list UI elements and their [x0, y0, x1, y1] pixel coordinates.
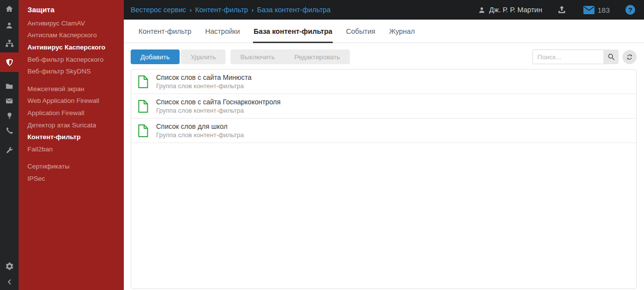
lightbulb-icon[interactable] — [0, 108, 19, 123]
sidebar-item-fail2ban[interactable]: Fail2ban — [19, 143, 124, 155]
search-box — [532, 49, 619, 64]
mail-envelope-icon — [583, 6, 595, 14]
file-icon — [138, 99, 149, 113]
breadcrumb-separator-icon: › — [189, 6, 191, 14]
breadcrumb: Вестерос сервис › Контент-фильтр › База … — [131, 6, 331, 14]
breadcrumb-section[interactable]: Контент-фильтр — [195, 6, 248, 14]
sidebar-item-antivirus-clamav[interactable]: Антивирус ClamAV — [19, 17, 124, 29]
messages-button[interactable]: 183 — [583, 6, 610, 14]
sidebar-item-webfilter-skydns[interactable]: Веб-фильтр SkyDNS — [19, 65, 124, 77]
search-icon — [607, 53, 615, 61]
main-content: Контент-фильтр Настройки База контент-фи… — [124, 20, 644, 290]
sidebar-item-suricata[interactable]: Детектор атак Suricata — [19, 119, 124, 131]
list-item-subtitle: Группа слов контент-фильтра — [156, 82, 252, 90]
gear-icon[interactable] — [0, 259, 19, 273]
list-item-subtitle: Группа слов контент-фильтра — [156, 131, 244, 139]
sidebar-item-firewall[interactable]: Межсетевой экран — [19, 83, 124, 95]
user-avatar-icon — [478, 6, 486, 14]
toolbar: Добавить Удалить Выключить Редактировать — [131, 49, 637, 64]
user-name: Дж. Р. Р. Мартин — [489, 6, 542, 14]
network-sitemap-icon[interactable] — [0, 36, 19, 50]
toolbar-right — [532, 49, 637, 64]
sidebar-item-webfilter-kaspersky[interactable]: Веб-фильтр Касперского — [19, 53, 124, 66]
list-item-schools[interactable]: Список слов для школ Группа слов контент… — [131, 119, 636, 143]
unread-count: 183 — [598, 6, 610, 14]
collapse-sidebar-icon[interactable] — [0, 274, 19, 289]
mail-icon[interactable] — [0, 94, 19, 108]
content-filter-list: Список слов с сайта Минюста Группа слов … — [131, 69, 637, 289]
sidebar-section-header: Защита — [19, 0, 124, 17]
edit-button[interactable]: Редактировать — [284, 49, 349, 64]
topbar-right: Дж. Р. Р. Мартин 183 ? — [478, 5, 639, 15]
list-item-gosnarkokontrol[interactable]: Список слов с сайта Госнаркоконтроля Гру… — [131, 94, 636, 119]
sidebar-item-ipsec[interactable]: IPSec — [19, 172, 124, 185]
icon-rail — [0, 0, 19, 290]
question-glyph: ? — [628, 6, 632, 14]
list-item-text: Список слов для школ Группа слов контент… — [156, 122, 244, 139]
tab-content-filter-base[interactable]: База контент-фильтра — [253, 20, 333, 43]
security-shield-icon[interactable] — [0, 52, 19, 72]
tab-bar: Контент-фильтр Настройки База контент-фи… — [124, 20, 644, 43]
phone-icon[interactable] — [0, 123, 19, 138]
breadcrumb-page[interactable]: База контент-фильтра — [257, 6, 330, 14]
list-item-minjust[interactable]: Список слов с сайта Минюста Группа слов … — [131, 70, 636, 94]
users-icon[interactable] — [0, 18, 19, 33]
tab-log[interactable]: Журнал — [389, 20, 415, 43]
sidebar-item-application-firewall[interactable]: Application Firewall — [19, 107, 124, 119]
user-menu[interactable]: Дж. Р. Р. Мартин — [478, 6, 542, 14]
home-icon[interactable] — [0, 1, 19, 16]
sidebar-item-certificates[interactable]: Сертификаты — [19, 161, 124, 173]
file-icon — [138, 75, 149, 89]
sidebar-security-menu: Защита Антивирус ClamAV Антиспам Касперс… — [19, 0, 124, 290]
help-button[interactable]: ? — [625, 5, 635, 15]
refresh-icon — [626, 53, 633, 61]
app-root: Защита Антивирус ClamAV Антиспам Касперс… — [0, 0, 644, 290]
breadcrumb-server[interactable]: Вестерос сервис — [131, 6, 186, 14]
list-item-text: Список слов с сайта Минюста Группа слов … — [156, 73, 252, 90]
breadcrumb-separator-icon: › — [252, 6, 253, 14]
list-item-title: Список слов с сайта Госнаркоконтроля — [156, 98, 280, 106]
sidebar-item-antispam-kaspersky[interactable]: Антиспам Касперского — [19, 29, 124, 42]
add-button[interactable]: Добавить — [131, 49, 180, 64]
secondary-actions-group: Выключить Редактировать — [230, 49, 350, 64]
delete-button[interactable]: Удалить — [181, 49, 226, 64]
sidebar-item-antivirus-kaspersky[interactable]: Антивирус Касперского — [19, 41, 124, 53]
sidebar-item-web-application-firewall[interactable]: Web Application Firewall — [19, 95, 124, 107]
tab-content-filter[interactable]: Контент-фильтр — [138, 20, 192, 43]
list-item-subtitle: Группа слов контент-фильтра — [156, 107, 280, 115]
list-item-text: Список слов с сайта Госнаркоконтроля Гру… — [156, 98, 280, 115]
tab-events[interactable]: События — [345, 20, 376, 43]
folder-icon[interactable] — [0, 79, 19, 94]
wrench-icon[interactable] — [0, 143, 19, 157]
tab-settings[interactable]: Настройки — [205, 20, 240, 43]
list-item-title: Список слов с сайта Минюста — [156, 73, 252, 82]
upload-icon[interactable] — [557, 5, 567, 15]
file-icon — [138, 124, 149, 138]
search-button[interactable] — [603, 49, 619, 64]
refresh-button[interactable] — [622, 50, 637, 64]
search-input[interactable] — [532, 49, 603, 64]
topbar: Вестерос сервис › Контент-фильтр › База … — [124, 0, 644, 20]
sidebar-item-content-filter[interactable]: Контент-фильтр — [19, 131, 124, 143]
disable-button[interactable]: Выключить — [230, 49, 284, 64]
list-item-title: Список слов для школ — [156, 122, 244, 131]
